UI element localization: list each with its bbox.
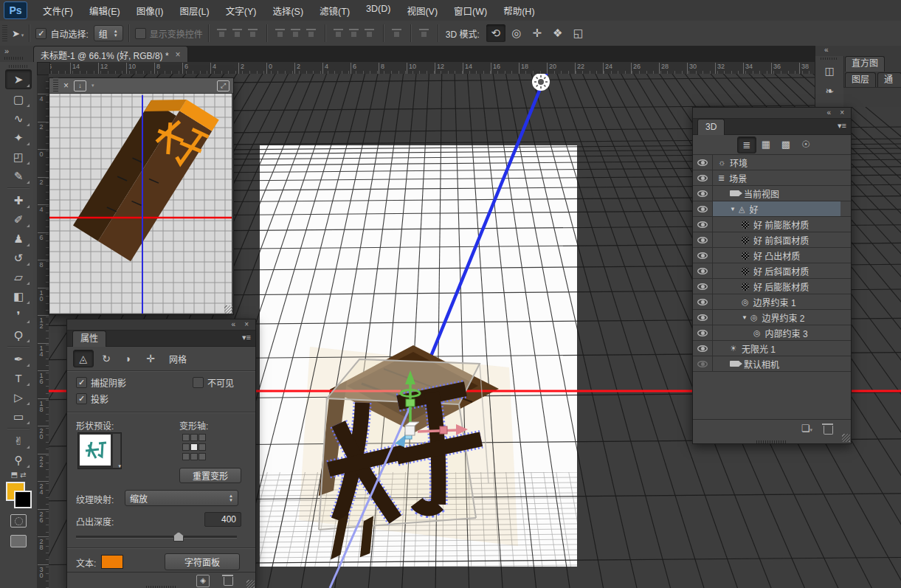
row-content[interactable]: 好 凸出材质: [713, 248, 840, 263]
properties-panel-header[interactable]: « ×: [67, 319, 255, 331]
menu-item-4[interactable]: 文字(Y): [218, 1, 265, 21]
tools-grip[interactable]: [9, 65, 28, 68]
eye-icon[interactable]: [697, 314, 708, 321]
crop-tool[interactable]: ◰: [6, 148, 31, 166]
3d-row-5[interactable]: 好 前斜面材质: [693, 232, 851, 248]
eye-icon[interactable]: [697, 345, 708, 352]
resize-grip[interactable]: [842, 434, 850, 442]
secondary-view-header[interactable]: × ↓ ▾ ⤢: [49, 78, 233, 94]
visibility-cell[interactable]: [693, 186, 713, 201]
move-tool[interactable]: ➤: [5, 69, 32, 89]
visibility-cell[interactable]: [693, 248, 713, 263]
row-content[interactable]: 好 前斜面材质: [713, 232, 840, 247]
hand-tool[interactable]: ✌: [6, 432, 31, 450]
filter-lights-icon[interactable]: ☉: [797, 136, 815, 152]
3d-row-13[interactable]: 默认相机: [693, 356, 851, 372]
row-content[interactable]: 好 后斜面材质: [713, 263, 840, 278]
deform-properties-icon[interactable]: ↻: [97, 350, 116, 367]
auto-select-dropdown[interactable]: 组 ▲▼: [94, 25, 123, 41]
lasso-tool[interactable]: ∿: [6, 109, 31, 128]
tab-properties[interactable]: 属性: [72, 331, 106, 347]
menu-item-9[interactable]: 窗口(W): [446, 1, 495, 21]
character-panel-button[interactable]: 字符面板: [165, 553, 240, 570]
options-bar-grip[interactable]: [2, 25, 7, 41]
visibility-cell[interactable]: [693, 217, 713, 232]
dodge-tool[interactable]: Ϙ: [6, 325, 31, 344]
tab-channels[interactable]: 通道: [877, 72, 901, 88]
row-content[interactable]: ☼环境: [713, 155, 840, 170]
vertical-ruler[interactable]: 42024681012141618202224262830: [37, 74, 49, 588]
3d-row-0[interactable]: ☼环境: [693, 155, 851, 170]
healing-brush-tool[interactable]: ✚: [6, 191, 31, 210]
screen-mode-icon[interactable]: [10, 535, 27, 547]
menu-item-7[interactable]: 3D(D): [358, 1, 398, 21]
eye-icon[interactable]: [697, 190, 708, 197]
3d-row-11[interactable]: ◎内部约束 3: [693, 325, 851, 341]
3d-row-10[interactable]: ▼◎边界约束 2: [693, 310, 851, 325]
rectangle-tool[interactable]: ▭: [6, 407, 31, 426]
3d-row-6[interactable]: 好 凸出材质: [693, 248, 851, 263]
3d-roll-icon[interactable]: ◎: [507, 24, 526, 42]
row-content[interactable]: 好 前膨胀材质: [713, 217, 840, 232]
toolbar-grip[interactable]: [4, 57, 24, 60]
3d-slide-icon[interactable]: ❖: [548, 24, 567, 42]
panel-bottom-grip[interactable]: [756, 440, 787, 443]
coordinates-properties-icon[interactable]: ✛: [141, 350, 160, 367]
visibility-cell[interactable]: [693, 279, 713, 294]
eye-icon[interactable]: [697, 330, 708, 336]
eyedropper-tool[interactable]: ✎: [6, 167, 31, 185]
close-panel-icon[interactable]: ×: [840, 108, 845, 117]
row-content[interactable]: 好 后膨胀材质: [713, 279, 840, 294]
pen-tool[interactable]: ✒: [6, 350, 31, 368]
text-color-swatch[interactable]: [101, 555, 123, 569]
extrusion-depth-slider[interactable]: [76, 536, 237, 539]
catch-shadow-checkbox[interactable]: ✓: [76, 377, 87, 388]
collapse-panel-icon[interactable]: «: [826, 108, 832, 117]
toolbar-collapse-button[interactable]: »: [0, 46, 38, 62]
close-panel-icon[interactable]: ×: [244, 320, 249, 328]
eye-icon[interactable]: [697, 175, 708, 181]
3d-scale-icon[interactable]: ◱: [569, 24, 588, 42]
blur-tool[interactable]: ❜: [6, 306, 31, 325]
tab-layers[interactable]: 图层: [845, 72, 876, 88]
texture-mapping-dropdown[interactable]: 缩放 ▲▼: [125, 490, 238, 506]
eye-icon[interactable]: [697, 268, 708, 274]
visibility-cell[interactable]: [693, 263, 713, 278]
document-tab[interactable]: 未标题-1 @ 66.1% (好, RGB/8) * ×: [33, 46, 188, 63]
filter-materials-icon[interactable]: ▩: [777, 136, 795, 152]
3d-drag-icon[interactable]: ✛: [528, 24, 547, 42]
deform-axis-grid[interactable]: [182, 434, 204, 460]
adjustments-panel-icon[interactable]: ◫: [820, 62, 839, 80]
zoom-tool[interactable]: ⚲: [6, 451, 31, 469]
gradient-tool[interactable]: ◧: [6, 287, 31, 305]
horizontal-ruler[interactable]: 1614121086420246810121416182022242628303…: [37, 62, 815, 75]
delete-icon[interactable]: [224, 577, 233, 586]
visibility-cell[interactable]: [693, 325, 713, 340]
visibility-cell[interactable]: [693, 294, 713, 309]
eye-icon[interactable]: [697, 283, 708, 290]
type-tool[interactable]: T: [6, 369, 31, 387]
resize-grip[interactable]: [224, 305, 232, 314]
secondary-view-canvas[interactable]: [49, 94, 232, 314]
panel-grip[interactable]: [53, 77, 58, 94]
tab-3d[interactable]: 3D: [697, 119, 725, 135]
3d-row-7[interactable]: 好 后斜面材质: [693, 263, 851, 279]
cap-properties-icon[interactable]: ◗: [119, 350, 138, 367]
eye-icon[interactable]: [697, 237, 708, 243]
expander-icon[interactable]: ▼: [742, 314, 748, 321]
3d-panel-header[interactable]: « ×: [693, 108, 851, 119]
eye-icon[interactable]: [697, 299, 708, 305]
invisible-checkbox[interactable]: ✓: [193, 377, 204, 388]
tab-histogram[interactable]: 直方图: [845, 56, 885, 72]
panel-menu-icon[interactable]: ▾≡: [838, 121, 846, 131]
auto-select-checkbox[interactable]: ✓: [35, 28, 46, 39]
extrusion-depth-input[interactable]: 400: [204, 512, 241, 527]
background-color-swatch[interactable]: [14, 491, 32, 508]
swap-view-icon[interactable]: ↓: [74, 80, 86, 91]
3d-row-2[interactable]: 当前视图: [693, 186, 851, 201]
view-dropdown-icon[interactable]: ▾: [92, 83, 94, 89]
row-content[interactable]: 默认相机: [713, 356, 840, 371]
visibility-cell[interactable]: [693, 356, 713, 371]
clone-stamp-tool[interactable]: ♟: [6, 229, 31, 248]
menu-item-6[interactable]: 滤镜(T): [311, 1, 358, 21]
